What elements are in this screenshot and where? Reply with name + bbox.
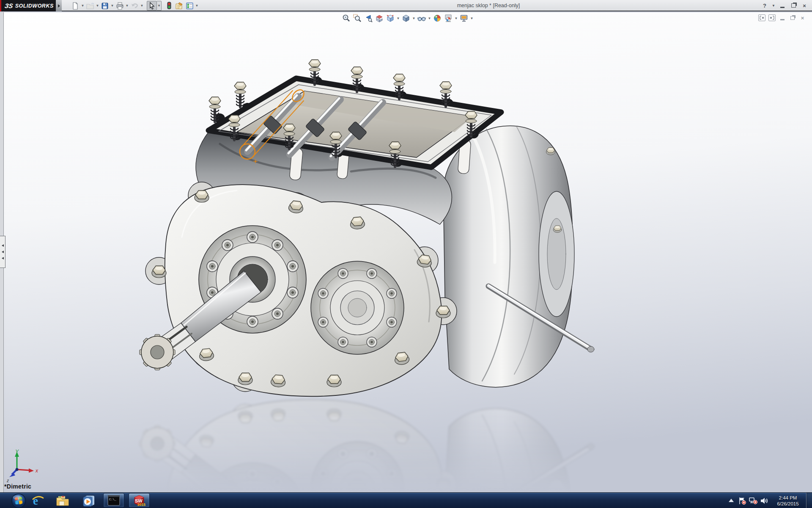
- view-orientation-label: *Dimetric: [4, 483, 31, 490]
- options-checklist-icon: [186, 2, 194, 10]
- hide-show-items-dropdown[interactable]: ▼: [427, 13, 432, 23]
- document-title: menjac sklop * [Read-only]: [436, 0, 541, 11]
- display-style-button[interactable]: [401, 13, 411, 23]
- zoom-to-area-icon: [353, 14, 362, 22]
- solidworks-logo-mark: ЗS: [4, 2, 14, 9]
- solidworks-logo-text: SOLIDWORKS: [15, 3, 54, 9]
- new-dropdown[interactable]: ▼: [80, 1, 85, 11]
- gearbox-3d-model[interactable]: [0, 12, 812, 492]
- hidden-icons-arrow-icon: [729, 499, 734, 503]
- select-dropdown[interactable]: ▼: [157, 1, 162, 11]
- triad-z-label: z: [6, 478, 9, 483]
- start-orb-icon: [11, 493, 26, 508]
- display-pane-icon: [770, 16, 774, 20]
- undo-dropdown[interactable]: ▼: [140, 1, 144, 11]
- feature-manager-collapsed-tab[interactable]: [0, 236, 5, 268]
- taskbar-internet-explorer[interactable]: e: [29, 494, 47, 508]
- help-button[interactable]: ?: [760, 1, 769, 10]
- volume-button[interactable]: [759, 494, 770, 507]
- view-orientation-button[interactable]: [385, 13, 396, 23]
- previous-view-button[interactable]: [363, 13, 374, 23]
- view-orientation-dropdown[interactable]: ▼: [396, 13, 401, 23]
- options-button[interactable]: [184, 1, 195, 11]
- tray-clock[interactable]: 2:44 PM 6/26/2015: [772, 495, 804, 507]
- new-document-button[interactable]: [70, 1, 80, 11]
- graphics-area[interactable]: ▼ ▼ ▼ ▼ ▼: [0, 12, 812, 492]
- rebuild-button[interactable]: [164, 1, 174, 11]
- open-document-button[interactable]: [85, 1, 95, 11]
- save-icon: [101, 2, 109, 10]
- clock-time: 2:44 PM: [772, 495, 804, 501]
- solidworks-logo: ЗS SOLIDWORKS: [0, 0, 56, 11]
- previous-view-icon: [364, 14, 373, 22]
- close-button[interactable]: ×: [800, 1, 809, 10]
- folder-icon: [56, 495, 69, 507]
- system-tray: 2:44 PM 6/26/2015: [726, 493, 812, 508]
- command-prompt-icon: C:\_: [107, 495, 120, 506]
- clock-date: 6/26/2015: [772, 501, 804, 507]
- undo-button[interactable]: [129, 1, 140, 11]
- rebuild-traffic-light-icon: [166, 2, 172, 10]
- media-player-icon: [82, 494, 96, 507]
- reference-triad: Y x z: [5, 448, 47, 484]
- taskbar-solidworks[interactable]: SW 2015: [129, 493, 150, 508]
- triad-x-label: x: [35, 468, 38, 474]
- hide-show-items-icon: [417, 14, 426, 22]
- zoom-to-fit-button[interactable]: [341, 13, 352, 23]
- network-disconnected-icon: [749, 497, 758, 505]
- open-document-icon: [86, 2, 94, 10]
- taskbar-command-prompt[interactable]: C:\_: [103, 493, 124, 508]
- options-dropdown[interactable]: ▼: [195, 1, 199, 11]
- display-style-dropdown[interactable]: ▼: [411, 13, 416, 23]
- minimize-button[interactable]: [778, 1, 787, 10]
- select-tool-button[interactable]: [147, 1, 157, 11]
- solidworks-2015-icon: SW 2015: [132, 494, 146, 507]
- window-controls: ? ▼ ×: [760, 0, 809, 11]
- save-button[interactable]: [100, 1, 110, 11]
- volume-icon: [760, 497, 768, 505]
- display-pane-toggle-button[interactable]: [768, 14, 776, 21]
- view-settings-dropdown[interactable]: ▼: [469, 13, 474, 23]
- apply-scene-dropdown[interactable]: ▼: [454, 13, 458, 23]
- solidworks-window: ЗS SOLIDWORKS ▼ ▼ ▼ ▼ ▼ ▼: [0, 0, 812, 508]
- minimize-document-icon: [780, 19, 785, 20]
- new-document-icon: [71, 2, 79, 10]
- document-window-controls: ×: [758, 14, 806, 21]
- action-center-button[interactable]: [737, 494, 748, 507]
- comment-button[interactable]: [174, 1, 184, 11]
- hide-show-items-button[interactable]: [416, 13, 427, 23]
- restore-icon: [791, 3, 796, 8]
- show-desktop-button[interactable]: [806, 493, 812, 508]
- edit-appearance-button[interactable]: [432, 13, 443, 23]
- section-view-button[interactable]: [374, 13, 385, 23]
- flyout-triangle-icon: [58, 4, 60, 8]
- open-dropdown[interactable]: ▼: [95, 1, 100, 11]
- command-prompt-label: C:\_: [109, 498, 117, 501]
- menu-flyout-arrow[interactable]: [56, 0, 62, 11]
- taskbar-media-player[interactable]: [80, 494, 98, 508]
- minimize-document-button[interactable]: [779, 14, 786, 21]
- restore-document-icon: [790, 16, 795, 20]
- view-settings-icon: [460, 14, 468, 22]
- view-settings-button[interactable]: [458, 13, 469, 23]
- restore-button[interactable]: [789, 1, 798, 10]
- show-hidden-icons-button[interactable]: [726, 494, 737, 507]
- close-document-button[interactable]: ×: [799, 14, 806, 21]
- network-status-button[interactable]: [748, 494, 759, 507]
- taskbar-windows-explorer[interactable]: [53, 494, 72, 508]
- apply-scene-button[interactable]: [443, 13, 454, 23]
- save-dropdown[interactable]: ▼: [110, 1, 115, 11]
- print-dropdown[interactable]: ▼: [125, 1, 129, 11]
- print-button[interactable]: [115, 1, 125, 11]
- windows-taskbar: e C:\_: [0, 492, 812, 508]
- start-button[interactable]: [11, 493, 26, 508]
- zoom-to-area-button[interactable]: [352, 13, 363, 23]
- section-view-icon: [375, 14, 384, 22]
- restore-document-button[interactable]: [789, 14, 796, 21]
- help-dropdown[interactable]: ▼: [771, 1, 776, 10]
- feature-pane-toggle-button[interactable]: [758, 14, 765, 21]
- display-style-icon: [402, 14, 410, 22]
- select-cursor-icon: [148, 2, 155, 10]
- comment-note-icon: [175, 2, 184, 10]
- triad-y-label: Y: [15, 449, 19, 455]
